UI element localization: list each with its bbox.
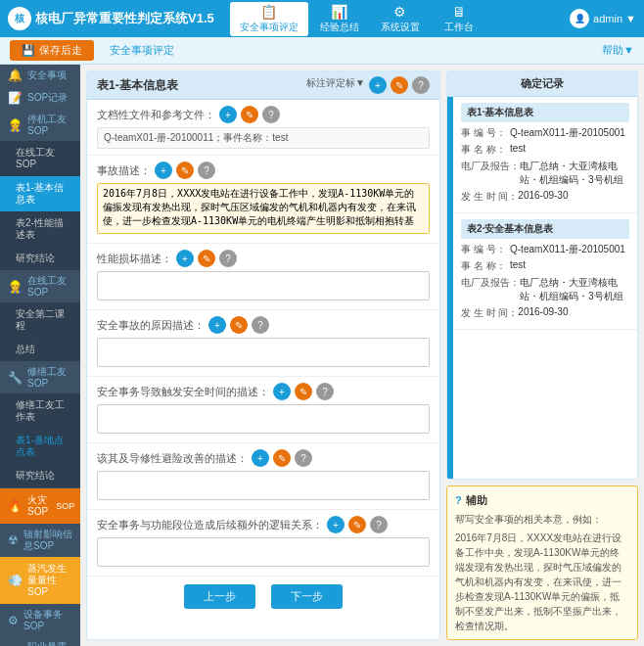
perf-help[interactable]: ? xyxy=(219,250,237,267)
form-section-improve: 该其及导修性避险改善的描述： + ✎ ? xyxy=(87,443,439,510)
cause-edit[interactable]: ✎ xyxy=(230,316,248,334)
repair-conclusion-label: 研究结论 xyxy=(16,470,55,482)
prev-button[interactable]: 上一步 xyxy=(184,584,255,609)
sidebar-section-online2: 👷 在线工友SOP 安全第二课程 总结 xyxy=(0,271,80,362)
sidebar-header-repair[interactable]: 🔧 修缮工友SOP xyxy=(0,362,80,393)
sidebar-header-occupation[interactable]: 👩 职业暴露女女SOP xyxy=(0,637,80,646)
help-button[interactable]: ? xyxy=(412,76,430,94)
trigger-textarea[interactable] xyxy=(97,404,430,434)
nav-item-settings[interactable]: ⚙ 系统设置 xyxy=(371,2,430,36)
sidebar-item-table1[interactable]: 表1-基本信息表 xyxy=(0,176,80,211)
nav-item-workbench[interactable]: 🖥 工作台 xyxy=(432,2,486,36)
trigger-expand[interactable]: + xyxy=(273,383,291,400)
sidebar-item-table2[interactable]: 表2-性能描述表 xyxy=(0,211,80,247)
main-nav: 📋 安全事项评定 📊 经验总结 ⚙ 系统设置 🖥 工作台 xyxy=(230,2,486,36)
accident-help[interactable]: ? xyxy=(198,162,215,179)
sidebar-header-steam[interactable]: 💨 蒸汽发生量量性SOP xyxy=(0,557,80,604)
trigger-help[interactable]: ? xyxy=(316,383,334,400)
sidebar-section-shutdown: 👷 停机工友SOP 在线工友SOP 表1-基本信息表 表2-性能描述表 研究结论 xyxy=(0,110,80,271)
sub-header: 💾 保存后走 安全事项评定 帮助▼ xyxy=(0,37,644,65)
nav-label-settings: 系统设置 xyxy=(381,21,420,34)
sidebar-item-base-table[interactable]: 表1-基地点点表 xyxy=(0,429,80,464)
perf-expand[interactable]: + xyxy=(176,250,194,267)
record-row-1-4: 发 生 时 间： 2016-09-30 xyxy=(461,190,629,204)
record-panel-title: 确定记录 xyxy=(457,76,627,91)
sidebar-header-safety[interactable]: 🔔 安全事项 xyxy=(0,65,80,86)
online2-icon: 👷 xyxy=(8,280,23,294)
trigger-edit[interactable]: ✎ xyxy=(295,383,312,400)
sop-label: SOP记录 xyxy=(27,92,68,104)
ref-label: 文档性文件和参考文件： xyxy=(97,108,215,122)
sidebar: 🔔 安全事项 📝 SOP记录 👷 停机工友SOP 在线工友SOP 表1-基本信息… xyxy=(0,65,80,646)
record-key-1-2: 事 名 称： xyxy=(461,143,510,157)
sidebar-item-repair-conclusion[interactable]: 研究结论 xyxy=(0,464,80,487)
sidebar-header-sop[interactable]: 📝 SOP记录 xyxy=(0,87,80,109)
accident-expand[interactable]: + xyxy=(155,162,172,179)
cause-expand[interactable]: + xyxy=(208,316,226,334)
cause-textarea[interactable] xyxy=(97,338,430,367)
save-button[interactable]: 💾 保存后走 xyxy=(10,40,94,61)
cause-label: 安全事故的原因描述： xyxy=(97,318,205,333)
fire-label: 火灾SOP xyxy=(27,494,48,518)
help-label: 帮助▼ xyxy=(602,44,634,56)
breadcrumb-home: 安全事项评定 xyxy=(110,44,174,56)
form-panel-title: 表1-基本信息表 xyxy=(97,77,178,94)
nav-item-safety[interactable]: 📋 安全事项评定 xyxy=(230,2,308,36)
header-user[interactable]: 👤 admin ▼ xyxy=(570,9,636,28)
sidebar-header-equipment[interactable]: ⚙ 设备事务SOP xyxy=(0,605,80,636)
form-section-ref: 文档性文件和参考文件： + ✎ ? Q-teamX01-册-20100011；事… xyxy=(87,100,439,156)
sidebar-item-conclusion[interactable]: 研究结论 xyxy=(0,247,80,270)
improve-title: 该其及导修性避险改善的描述： + ✎ ? xyxy=(97,449,430,467)
record-val-2-4: 2016-09-30 xyxy=(518,306,568,320)
nav-label-summary: 经验总结 xyxy=(320,21,359,34)
record-section-1-title: 表1·基本信息表 xyxy=(461,103,629,122)
help-link[interactable]: 帮助▼ xyxy=(602,43,634,58)
sidebar-item-course[interactable]: 安全第二课程 xyxy=(0,302,80,338)
logic-help[interactable]: ? xyxy=(370,516,388,533)
radiation-label: 辐射影响信息SOP xyxy=(23,529,72,552)
help-content: 2016年7月8日，XXXX发电站在进行设备工作中央，发现A-1130KW单元的… xyxy=(455,531,629,633)
record-panel-header: 确定记录 xyxy=(447,71,637,97)
logic-expand[interactable]: + xyxy=(327,516,345,533)
sidebar-section-sop: 📝 SOP记录 xyxy=(0,87,80,110)
app-title: 核电厂异常重要性判定系统V1.5 xyxy=(35,10,214,27)
expand-button[interactable]: + xyxy=(369,76,387,94)
nav-label-workbench: 工作台 xyxy=(444,21,474,34)
improve-expand[interactable]: + xyxy=(252,449,269,467)
edit-button[interactable]: ✎ xyxy=(391,76,408,94)
record-val-1-2: test xyxy=(510,143,526,157)
help-panel-title: 辅助 xyxy=(466,492,487,509)
cause-help[interactable]: ? xyxy=(252,316,269,334)
accident-textarea[interactable]: 2016年7月8日，XXXX发电站在进行设备工作中，发现A-1130KW单元的偏… xyxy=(97,183,430,234)
ref-expand[interactable]: + xyxy=(219,106,237,123)
panel-actions: 标注评定标▼ + ✎ ? xyxy=(306,76,430,94)
accident-edit[interactable]: ✎ xyxy=(176,162,194,179)
improve-textarea[interactable] xyxy=(97,471,430,500)
perf-edit[interactable]: ✎ xyxy=(198,250,215,267)
improve-label: 该其及导修性避险改善的描述： xyxy=(97,451,248,466)
sidebar-header-fire[interactable]: 🔥 火灾SOP SOP xyxy=(0,488,80,524)
sidebar-item-summary[interactable]: 总结 xyxy=(0,338,80,361)
sidebar-header-online2[interactable]: 👷 在线工友SOP xyxy=(0,271,80,302)
help-panel: ? 辅助 帮写安全事项的相关本意，例如： 2016年7月8日，XXXX发电站在进… xyxy=(446,485,638,641)
equipment-label: 设备事务SOP xyxy=(23,609,72,632)
nav-item-summary[interactable]: 📊 经验总结 xyxy=(310,2,369,36)
sidebar-section-fire: 🔥 火灾SOP SOP xyxy=(0,488,80,525)
logic-textarea[interactable] xyxy=(97,537,430,567)
logic-edit[interactable]: ✎ xyxy=(348,516,366,533)
improve-edit[interactable]: ✎ xyxy=(273,449,291,467)
help-hint: 帮写安全事项的相关本意，例如： xyxy=(455,512,629,527)
nav-icon-safety: 📋 xyxy=(260,4,277,20)
sidebar-section-equipment: ⚙ 设备事务SOP xyxy=(0,605,80,637)
record-scrollable: 表1·基本信息表 事 编 号： Q-teamX011-册-20105001 事 … xyxy=(453,97,637,480)
sidebar-header-radiation[interactable]: ☢ 辐射影响信息SOP xyxy=(0,525,80,556)
ref-edit[interactable]: ✎ xyxy=(241,106,258,123)
sidebar-item-repair-work[interactable]: 修缮工友工作表 xyxy=(0,393,80,429)
record-row-1-3: 电厂及报告： 电厂总纳・大亚湾核电站・机组编码・3号机组 xyxy=(461,160,629,187)
sidebar-header-shutdown[interactable]: 👷 停机工友SOP xyxy=(0,110,80,141)
next-button[interactable]: 下一步 xyxy=(271,584,343,609)
improve-help[interactable]: ? xyxy=(295,449,312,467)
ref-help[interactable]: ? xyxy=(262,106,280,123)
sidebar-item-online[interactable]: 在线工友SOP xyxy=(0,141,80,176)
perf-textarea[interactable] xyxy=(97,271,430,300)
